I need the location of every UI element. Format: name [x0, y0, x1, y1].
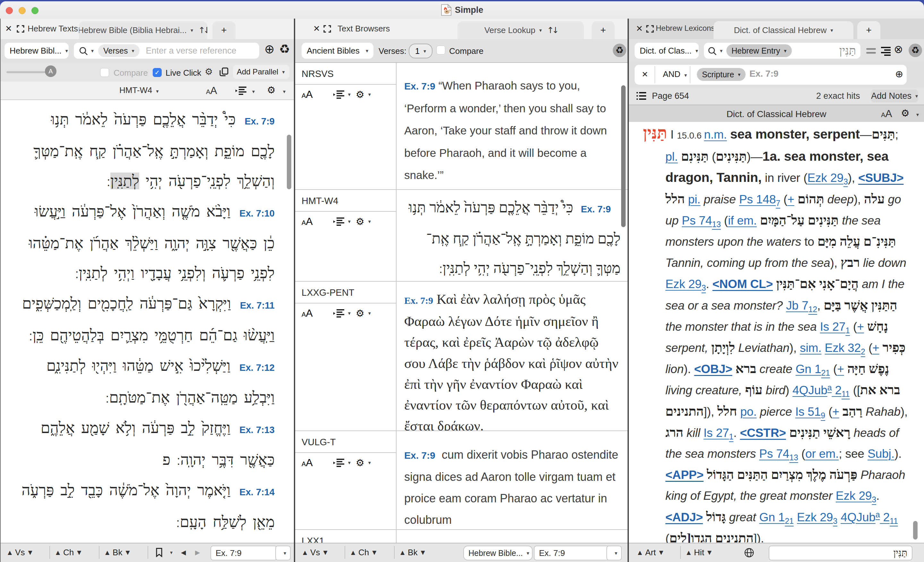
- expand-zone-icon[interactable]: [323, 25, 331, 33]
- recycle-tab-icon[interactable]: ♻: [909, 43, 922, 57]
- goto-verse-dropdown[interactable]: ▾: [606, 546, 622, 561]
- hit-down-icon[interactable]: ▼: [707, 549, 712, 556]
- verse-up-icon[interactable]: ▲: [8, 549, 12, 556]
- verse-ref[interactable]: Ex. 7:9: [404, 81, 435, 91]
- row-settings-gear-icon[interactable]: ⚙: [356, 217, 364, 226]
- back-arrow-icon[interactable]: ◀: [181, 543, 186, 561]
- remove-condition-icon[interactable]: ✕: [642, 70, 648, 78]
- pane-divider-right[interactable]: [627, 19, 629, 562]
- module-name[interactable]: VULG-T: [302, 437, 336, 448]
- font-size-icon[interactable]: AA: [302, 307, 313, 319]
- text-display-icon[interactable]: [333, 459, 344, 467]
- verse-down-icon[interactable]: ▼: [28, 549, 32, 556]
- sort-tabs-icon[interactable]: ↑↓: [547, 25, 557, 35]
- text-display-icon[interactable]: [333, 217, 344, 226]
- verse-7-12[interactable]: Ex. 7:12וַיַּשְׁלִ֙יכוּ֙ אִ֣ישׁ מַטֵּ֔הו…: [1, 351, 294, 413]
- right-scrollbar-thumb[interactable]: [913, 521, 918, 540]
- pane-divider-left[interactable]: [294, 19, 295, 562]
- module-name[interactable]: HMT-W4: [302, 196, 338, 206]
- verse-text-segment[interactable]: וַיָּבֹ֨א מֹשֶׁ֤ה וְאַהֲרֹן֙ אֶל־פַּרְעֹ…: [29, 203, 274, 281]
- sort-tabs-icon[interactable]: ↑↓: [198, 25, 207, 35]
- module-name[interactable]: NRSVS: [302, 69, 334, 79]
- row-settings-gear-icon[interactable]: ⚙: [356, 309, 364, 318]
- goto-verse-input[interactable]: Ex. 7:9: [534, 546, 613, 561]
- condition-value[interactable]: Ex. 7:9: [750, 69, 778, 79]
- hebrew-text-content[interactable]: Ex. 7:9כִּי֩ יְדַבֵּ֨ר אֲלֵכֶ֤ם פַּרְעֹה…: [1, 100, 294, 543]
- pane-tab[interactable]: Dict. of Classical Hebrew▾: [714, 21, 854, 39]
- search-icon[interactable]: [79, 46, 87, 55]
- text-display-icon[interactable]: [236, 87, 246, 95]
- book-up-icon[interactable]: ▲: [400, 549, 405, 556]
- text-display-caret[interactable]: ▾: [348, 460, 351, 466]
- toc-list-icon[interactable]: [636, 92, 646, 100]
- and-operator[interactable]: AND▾: [663, 69, 687, 79]
- search-query-hebrew[interactable]: תַּנִּין: [839, 44, 856, 57]
- column-module-name[interactable]: HMT-W4▾: [119, 85, 159, 95]
- hit-up-icon[interactable]: ▲: [687, 549, 691, 556]
- row-settings-caret[interactable]: ▾: [368, 310, 371, 316]
- row-settings-caret[interactable]: ▾: [368, 219, 371, 225]
- language-globe-icon[interactable]: [744, 548, 754, 558]
- add-search-icon[interactable]: ⊕: [264, 43, 274, 55]
- text-display-caret[interactable]: ▾: [252, 88, 255, 94]
- verse-ref[interactable]: Ex. 7:10: [239, 199, 274, 228]
- pane-settings-caret[interactable]: ▾: [283, 88, 285, 94]
- add-condition-icon[interactable]: ⊕: [895, 69, 903, 79]
- entry-lookup-input[interactable]: תַּנִּין: [769, 546, 912, 561]
- expand-zone-icon[interactable]: [16, 25, 24, 33]
- verse-text-segment[interactable]: ׃: [106, 172, 110, 189]
- search-scope-pill[interactable]: Hebrew Entry▾: [726, 44, 792, 57]
- bookmark-button[interactable]: ▾: [155, 543, 172, 561]
- module-selector[interactable]: Dict. of Clas...▾: [634, 43, 699, 59]
- book-up-icon[interactable]: ▲: [105, 549, 110, 556]
- verse-search-field[interactable]: ▾Verses▾Enter a verse reference: [74, 43, 259, 59]
- font-size-icon[interactable]: AA: [206, 85, 217, 97]
- module-name[interactable]: LXXG-PENT: [302, 288, 354, 298]
- lexicon-settings-gear-icon[interactable]: ⚙: [901, 108, 910, 118]
- chapter-up-icon[interactable]: ▲: [56, 549, 60, 556]
- lexicon-content[interactable]: תַּנִּין I 15.0.6 n.m. sea monster, serp…: [629, 122, 924, 543]
- verse-down-icon[interactable]: ▼: [323, 549, 327, 556]
- row-settings-gear-icon[interactable]: ⚙: [356, 458, 364, 468]
- module-quick-select[interactable]: Hebrew Bible...▾: [463, 546, 532, 561]
- verse-text-segment[interactable]: כִּי֩ יְדַבֵּ֨ר אֲלֵכֶ֤ם פַּרְעֹה֙ לֵאמֹ…: [33, 111, 274, 189]
- verse-7-9[interactable]: Ex. 7:9כִּי֩ יְדַבֵּ֨ר אֲלֵכֶ֤ם פַּרְעֹה…: [1, 105, 294, 196]
- verse-text-segment[interactable]: וַיֹּ֤אמֶר יְהוָה֙ אֶל־מֹשֶׁ֔ה כָּבֵ֖ד ל…: [21, 482, 274, 530]
- compare-checkbox[interactable]: [100, 68, 109, 77]
- verse-ref[interactable]: Ex. 7:11: [240, 291, 274, 321]
- close-zone-icon[interactable]: ✕: [5, 24, 12, 33]
- pane-tab[interactable]: Verse Lookup▾↑↓: [458, 21, 584, 39]
- clear-search-icon[interactable]: ⊗: [894, 43, 903, 54]
- add-tab-button[interactable]: +: [857, 21, 880, 39]
- row-settings-caret[interactable]: ▾: [368, 91, 371, 97]
- goto-verse-input[interactable]: Ex. 7:9: [210, 546, 277, 561]
- goto-verse-dropdown[interactable]: ▾: [275, 546, 291, 561]
- book-down-icon[interactable]: ▼: [126, 549, 130, 556]
- verse-ref[interactable]: Ex. 7:13: [239, 415, 274, 445]
- font-size-icon[interactable]: AA: [302, 457, 313, 469]
- lexicon-entry[interactable]: תַּנִּין I 15.0.6 n.m. sea monster, serp…: [629, 122, 924, 543]
- forward-arrow-icon[interactable]: ▶: [195, 543, 200, 561]
- search-icon[interactable]: [708, 46, 716, 55]
- verse-text-cell[interactable]: Ex. 7:9כִּי֩ יְדַבֵּ֨ר אֲלֵכֶ֤ם פַּרְעֹה…: [396, 190, 621, 281]
- article-down-icon[interactable]: ▼: [659, 549, 663, 556]
- verse-ref[interactable]: Ex. 7:9: [404, 295, 433, 306]
- verse-ref[interactable]: Ex. 7:9: [245, 106, 275, 136]
- text-display-icon[interactable]: [333, 309, 344, 318]
- verse-text-cell[interactable]: [396, 530, 621, 543]
- add-parallel-button[interactable]: Add Parallel▾: [233, 65, 290, 79]
- search-hit[interactable]: לְתַנִּֽין: [110, 172, 139, 189]
- module-selector[interactable]: Ancient Bibles▾: [302, 43, 374, 59]
- recycle-tab-icon[interactable]: ♻: [613, 43, 626, 57]
- verse-7-10[interactable]: Ex. 7:10וַיָּבֹ֨א מֹשֶׁ֤ה וְאַהֲרֹן֙ אֶל…: [1, 196, 294, 289]
- verse-text-cell[interactable]: Ex. 7:9 cum dixerit vobis Pharao ostendi…: [396, 431, 621, 529]
- add-notes-button[interactable]: Add Notes▾: [871, 90, 918, 102]
- add-tab-button[interactable]: +: [592, 21, 615, 39]
- verse-text-cell[interactable]: Ex. 7:9 “When Pharaoh says to you, ‘Perf…: [396, 63, 621, 189]
- lexicon-settings-caret[interactable]: ▾: [916, 112, 919, 118]
- text-display-caret[interactable]: ▾: [348, 310, 351, 316]
- mid-scrollbar-thumb[interactable]: [621, 85, 626, 227]
- recycle-tab-icon[interactable]: ♻: [279, 43, 290, 55]
- add-tab-button[interactable]: +: [212, 21, 236, 39]
- pane-tab[interactable]: Hebrew Bible (Biblia Hebrai...▾↑↓: [79, 21, 207, 39]
